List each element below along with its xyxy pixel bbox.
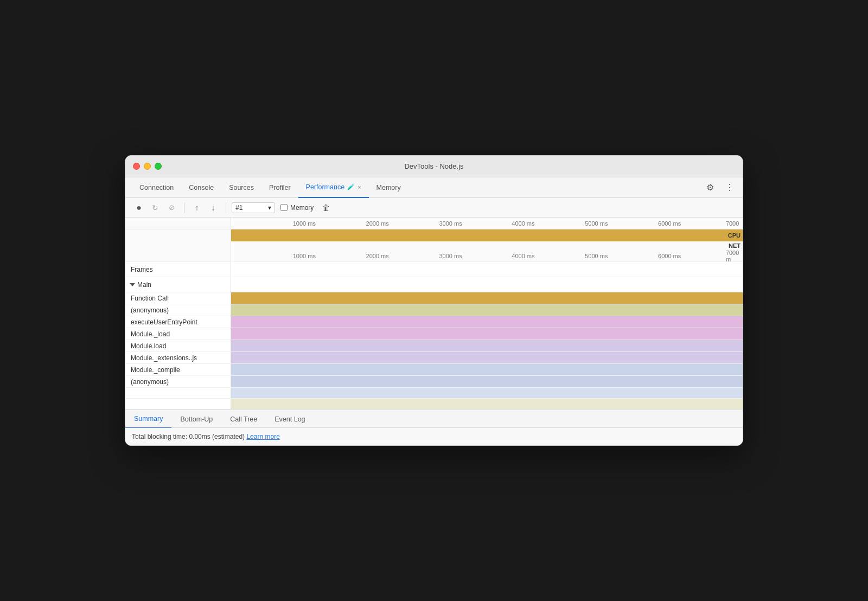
flame-row-3: Module._load: [125, 328, 743, 340]
tick2-2000: 2000 ms: [366, 253, 389, 259]
tab-profiler[interactable]: Profiler: [261, 177, 298, 198]
nav-tabs: Connection Console Sources Profiler Perf…: [125, 177, 743, 198]
flame-bar-6[interactable]: [231, 364, 743, 375]
flame-fill-6: [231, 364, 743, 375]
maximize-button[interactable]: [155, 163, 162, 170]
cpu-label-cell: [125, 229, 231, 241]
flame-fill-0: [231, 292, 743, 304]
flame-row-6: Module._compile: [125, 364, 743, 376]
cpu-bar: CPU: [231, 229, 743, 241]
tab-sources[interactable]: Sources: [221, 177, 261, 198]
flame-row-5: Module._extensions..js: [125, 352, 743, 364]
more-icon: ⋮: [725, 182, 734, 193]
flame-label-4: Module.load: [125, 340, 231, 351]
flame-label-0: Function Call: [125, 292, 231, 304]
gear-icon: ⚙: [706, 182, 714, 193]
main-section-header: Main: [125, 277, 743, 292]
tick-4000: 4000 ms: [512, 220, 534, 227]
clear-button[interactable]: ⊘: [164, 201, 178, 215]
flame-fill-7: [231, 376, 743, 387]
flame-row-0: Function Call: [125, 292, 743, 304]
flame-detail-label-1: [125, 388, 231, 398]
flame-bar-7[interactable]: [231, 376, 743, 387]
upload-button[interactable]: ↑: [190, 201, 204, 215]
memory-checkbox-input[interactable]: [280, 204, 288, 211]
flame-bar-5[interactable]: [231, 352, 743, 363]
gutter-bottom-ticks: [125, 250, 231, 261]
chevron-down-icon: ▾: [268, 204, 271, 212]
learn-more-link[interactable]: Learn more: [246, 433, 279, 440]
tab-event-log[interactable]: Event Log: [266, 410, 314, 429]
settings-button[interactable]: ⚙: [704, 181, 717, 194]
flame-bar-1[interactable]: [231, 304, 743, 316]
more-options-button[interactable]: ⋮: [723, 181, 736, 194]
status-bar: Total blocking time: 0.00ms (estimated) …: [125, 428, 743, 445]
divider-2: [226, 202, 226, 213]
tab-summary[interactable]: Summary: [125, 410, 171, 429]
flame-fill-4: [231, 340, 743, 351]
traffic-lights: [133, 163, 162, 170]
flame-fill-2: [231, 316, 743, 328]
reload-button[interactable]: ↻: [148, 201, 162, 215]
net-label: NET: [729, 242, 743, 249]
tick-7000: 7000: [726, 220, 739, 227]
window-title: DevTools - Node.js: [404, 162, 463, 170]
flame-row-4: Module.load: [125, 340, 743, 352]
bottom-tabs: Summary Bottom-Up Call Tree Event Log: [125, 410, 743, 428]
flame-bar-2[interactable]: [231, 316, 743, 328]
frames-label: Frames: [125, 262, 231, 277]
tab-memory[interactable]: Memory: [369, 177, 409, 198]
titlebar: DevTools - Node.js: [125, 156, 743, 177]
flame-label-5: Module._extensions..js: [125, 352, 231, 363]
timeline-ticks-top: 1000 ms 2000 ms 3000 ms 4000 ms 5000 ms …: [231, 218, 743, 229]
tab-connection[interactable]: Connection: [132, 177, 181, 198]
flame-detail-bar-2: [231, 399, 743, 409]
timeline-ticks-bottom: 1000 ms 2000 ms 3000 ms 4000 ms 5000 ms …: [231, 250, 743, 261]
flame-row-1: (anonymous): [125, 304, 743, 316]
tick-5000: 5000 ms: [585, 220, 608, 227]
tick-3000: 3000 ms: [439, 220, 462, 227]
minimize-button[interactable]: [144, 163, 151, 170]
net-bar-row: NET: [125, 241, 743, 250]
main-label[interactable]: Main: [125, 277, 231, 292]
flame-detail-row-2: [125, 399, 743, 410]
trash-button[interactable]: 🗑: [319, 201, 333, 215]
flame-bar-0[interactable]: [231, 292, 743, 304]
tab-console[interactable]: Console: [181, 177, 221, 198]
flame-bar-4[interactable]: [231, 340, 743, 351]
tab-call-tree[interactable]: Call Tree: [221, 410, 266, 429]
flame-row-7: (anonymous): [125, 376, 743, 388]
tick2-1000: 1000 ms: [293, 253, 316, 259]
gutter-top: [125, 218, 231, 229]
tick2-5000: 5000 ms: [585, 253, 608, 259]
frames-row: Frames: [125, 262, 743, 277]
flask-icon: 🧪: [347, 183, 355, 190]
tick2-6000: 6000 ms: [658, 253, 681, 259]
timeline-tick-row-top: 1000 ms 2000 ms 3000 ms 4000 ms 5000 ms …: [125, 218, 743, 229]
memory-checkbox-label[interactable]: Memory: [280, 204, 314, 212]
timeline-tick-row-bottom: 1000 ms 2000 ms 3000 ms 4000 ms 5000 ms …: [125, 250, 743, 262]
memory-checkbox-text: Memory: [290, 204, 314, 212]
tick2-7000: 7000 m: [726, 250, 739, 263]
net-bar: NET: [231, 241, 743, 250]
tab-performance[interactable]: Performance 🧪 ×: [298, 177, 369, 198]
flame-label-2: executeUserEntryPoint: [125, 316, 231, 328]
tab-bottom-up[interactable]: Bottom-Up: [171, 410, 221, 429]
tab-close-icon[interactable]: ×: [358, 184, 361, 190]
frames-content: [231, 262, 743, 277]
profile-selector[interactable]: #1 ▾: [232, 202, 275, 213]
nav-right-icons: ⚙ ⋮: [704, 181, 736, 194]
download-button[interactable]: ↓: [206, 201, 220, 215]
cpu-label: CPU: [728, 232, 743, 239]
flame-fill-3: [231, 328, 743, 340]
flame-label-1: (anonymous): [125, 304, 231, 316]
cpu-bar-row: CPU: [125, 229, 743, 241]
tick2-4000: 4000 ms: [512, 253, 534, 259]
record-button[interactable]: ●: [132, 201, 146, 215]
flame-bar-3[interactable]: [231, 328, 743, 340]
net-label-cell: [125, 241, 231, 250]
flame-label-7: (anonymous): [125, 376, 231, 387]
tick-6000: 6000 ms: [658, 220, 681, 227]
close-button[interactable]: [133, 163, 140, 170]
trash-icon: 🗑: [322, 203, 330, 212]
